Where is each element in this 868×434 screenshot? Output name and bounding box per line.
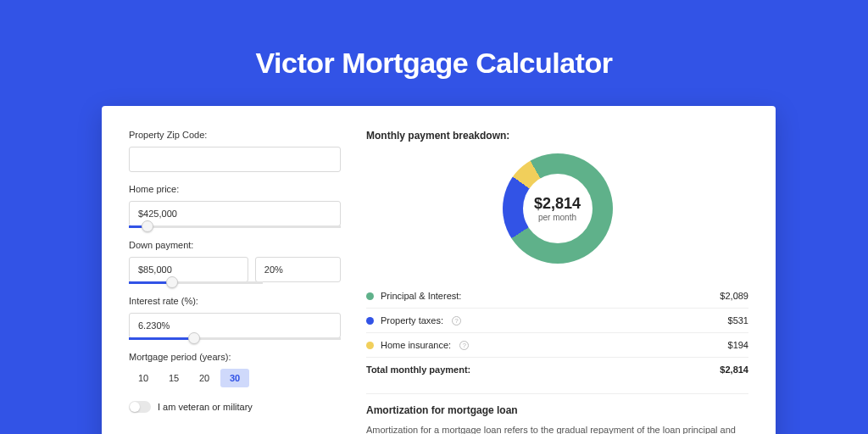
legend-dot-icon bbox=[366, 292, 374, 300]
down-payment-slider[interactable] bbox=[129, 281, 263, 284]
legend-dot-icon bbox=[366, 317, 374, 325]
legend-value: $2,089 bbox=[720, 291, 748, 301]
home-price-slider[interactable] bbox=[129, 225, 341, 228]
calculator-card: Property Zip Code: Home price: Down paym… bbox=[102, 106, 776, 434]
period-tab-10[interactable]: 10 bbox=[129, 369, 158, 387]
interest-slider[interactable] bbox=[129, 337, 341, 340]
legend-total-value: $2,814 bbox=[720, 364, 748, 375]
legend-value: $531 bbox=[728, 315, 748, 326]
legend-dot-icon bbox=[366, 342, 374, 349]
veteran-label: I am veteran or military bbox=[158, 402, 253, 412]
info-icon[interactable]: ? bbox=[459, 341, 469, 350]
period-tab-15[interactable]: 15 bbox=[159, 369, 188, 387]
legend-row: Home insurance: ? $194 bbox=[366, 333, 748, 358]
interest-label: Interest rate (%): bbox=[129, 296, 341, 306]
home-price-label: Home price: bbox=[129, 184, 341, 194]
donut-amount: $2,814 bbox=[534, 195, 581, 213]
home-price-input[interactable] bbox=[129, 201, 341, 226]
legend-row: Principal & Interest: $2,089 bbox=[366, 284, 748, 309]
donut-sub: per month bbox=[538, 213, 576, 222]
down-payment-pct-input[interactable] bbox=[255, 257, 341, 282]
legend-row: Property taxes: ? $531 bbox=[366, 309, 748, 333]
breakdown-column: Monthly payment breakdown: $2,814 per mo… bbox=[341, 130, 748, 434]
legend-label: Principal & Interest: bbox=[381, 291, 461, 301]
zip-input[interactable] bbox=[129, 147, 341, 172]
interest-input[interactable] bbox=[129, 313, 341, 338]
period-label: Mortgage period (years): bbox=[129, 352, 341, 362]
zip-label: Property Zip Code: bbox=[129, 130, 341, 140]
legend-total-label: Total monthly payment: bbox=[366, 364, 470, 375]
legend-total-row: Total monthly payment: $2,814 bbox=[366, 358, 748, 381]
period-tab-20[interactable]: 20 bbox=[190, 369, 219, 387]
divider bbox=[366, 393, 748, 394]
period-tabs: 10 15 20 30 bbox=[129, 369, 341, 387]
breakdown-title: Monthly payment breakdown: bbox=[366, 130, 748, 142]
legend-label: Property taxes: bbox=[381, 315, 443, 326]
payment-donut-chart: $2,814 per month bbox=[503, 153, 613, 264]
page-title: Victor Mortgage Calculator bbox=[0, 47, 868, 80]
legend-value: $194 bbox=[728, 340, 748, 350]
amortization-body: Amortization for a mortgage loan refers … bbox=[366, 423, 748, 434]
legend: Principal & Interest: $2,089 Property ta… bbox=[366, 284, 748, 381]
period-tab-30[interactable]: 30 bbox=[220, 369, 249, 387]
down-payment-label: Down payment: bbox=[129, 240, 341, 250]
info-icon[interactable]: ? bbox=[452, 316, 461, 326]
inputs-column: Property Zip Code: Home price: Down paym… bbox=[129, 130, 341, 434]
down-payment-input[interactable] bbox=[129, 257, 248, 282]
amortization-title: Amortization for mortgage loan bbox=[366, 404, 748, 416]
veteran-toggle[interactable] bbox=[129, 401, 151, 413]
legend-label: Home insurance: bbox=[381, 340, 451, 350]
